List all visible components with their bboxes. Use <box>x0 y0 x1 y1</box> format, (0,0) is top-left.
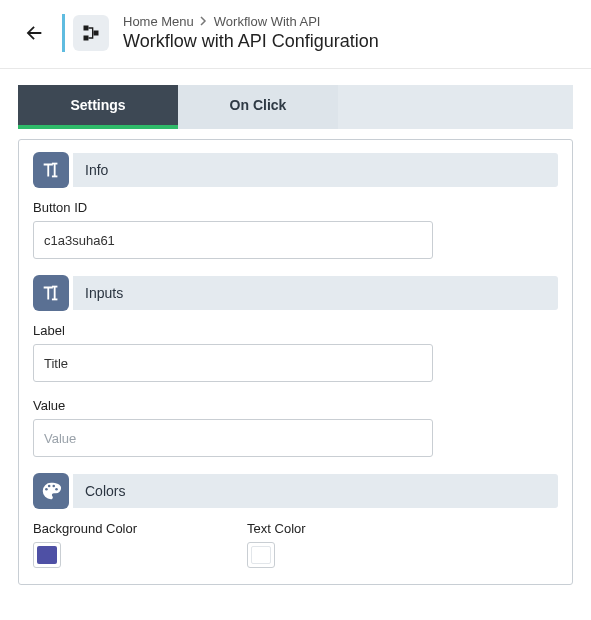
svg-rect-3 <box>54 164 56 177</box>
text-input-icon <box>33 152 69 188</box>
arrow-left-icon <box>23 22 45 44</box>
back-button[interactable] <box>20 19 48 47</box>
svg-point-11 <box>52 485 55 488</box>
section-info-header: Info <box>33 152 558 188</box>
svg-rect-0 <box>84 26 89 31</box>
breadcrumb-current: Workflow With API <box>214 14 321 29</box>
svg-point-10 <box>48 485 51 488</box>
text-color-label: Text Color <box>247 521 306 536</box>
tab-filler <box>338 85 573 129</box>
text-color-swatch[interactable] <box>247 542 275 568</box>
button-id-label: Button ID <box>33 200 558 215</box>
svg-point-9 <box>45 488 48 491</box>
svg-point-12 <box>55 488 58 491</box>
header-divider <box>62 14 65 52</box>
breadcrumb: Home Menu Workflow With API <box>123 14 379 29</box>
text-input-icon <box>33 275 69 311</box>
svg-rect-7 <box>52 286 57 288</box>
color-row: Background Color Text Color <box>33 521 558 568</box>
svg-rect-4 <box>52 163 57 165</box>
settings-panel: Info Button ID Inputs Label Value Colors… <box>18 139 573 585</box>
header: Home Menu Workflow With API Workflow wit… <box>0 0 591 69</box>
button-id-input[interactable] <box>33 221 433 259</box>
svg-rect-6 <box>54 287 56 300</box>
section-colors-header: Colors <box>33 473 558 509</box>
value-field-label: Value <box>33 398 558 413</box>
breadcrumb-home[interactable]: Home Menu <box>123 14 194 29</box>
header-text: Home Menu Workflow With API Workflow wit… <box>123 14 379 52</box>
tab-on-click[interactable]: On Click <box>178 85 338 129</box>
svg-rect-8 <box>52 299 57 301</box>
section-inputs-title: Inputs <box>73 276 558 310</box>
workflow-icon <box>81 23 101 43</box>
text-color-fill <box>251 546 271 564</box>
svg-rect-2 <box>84 36 89 41</box>
section-colors-title: Colors <box>73 474 558 508</box>
workflow-icon-box <box>73 15 109 51</box>
section-inputs-header: Inputs <box>33 275 558 311</box>
tabs: Settings On Click <box>18 85 573 129</box>
page-title: Workflow with API Configuration <box>123 31 379 52</box>
section-info-title: Info <box>73 153 558 187</box>
value-input[interactable] <box>33 419 433 457</box>
text-color-group: Text Color <box>247 521 306 568</box>
svg-rect-1 <box>94 31 99 36</box>
bg-color-swatch[interactable] <box>33 542 61 568</box>
svg-rect-5 <box>52 176 57 178</box>
label-field-label: Label <box>33 323 558 338</box>
tab-settings[interactable]: Settings <box>18 85 178 129</box>
bg-color-fill <box>37 546 57 564</box>
chevron-right-icon <box>200 14 208 29</box>
label-input[interactable] <box>33 344 433 382</box>
bg-color-label: Background Color <box>33 521 137 536</box>
palette-icon <box>33 473 69 509</box>
bg-color-group: Background Color <box>33 521 137 568</box>
